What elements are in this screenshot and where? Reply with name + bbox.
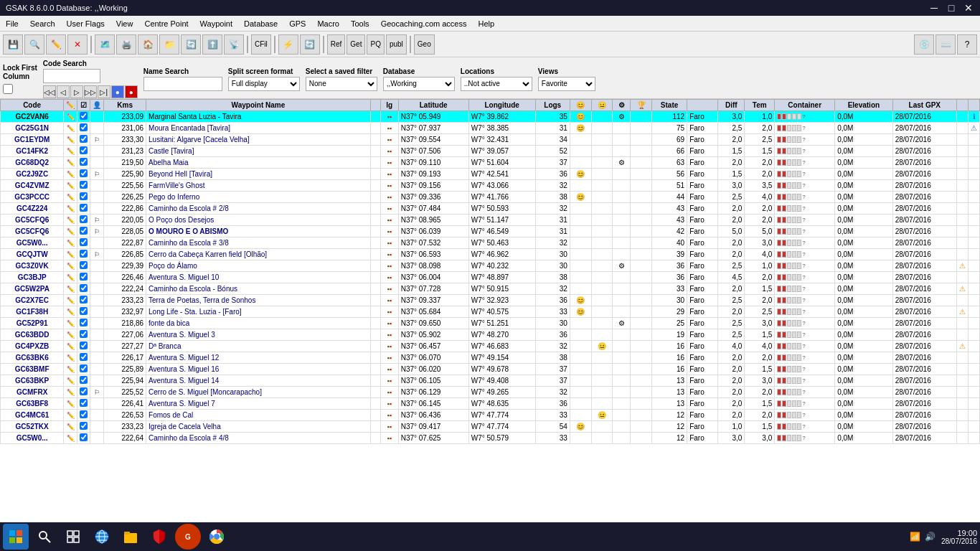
- toolbar-diskette[interactable]: 💿: [914, 34, 934, 55]
- name-search-input[interactable]: [143, 77, 222, 91]
- table-row[interactable]: GCMFRX✏️⚐225,52Cerro de S. Miguel [Monca…: [1, 387, 980, 398]
- locations-select[interactable]: ..Not active: [461, 77, 532, 91]
- toolbar-publ[interactable]: publ: [386, 34, 407, 55]
- gsak-button[interactable]: G: [175, 524, 201, 550]
- cell-check[interactable]: [77, 329, 90, 341]
- col-code[interactable]: Code: [1, 100, 64, 111]
- col-smiley[interactable]: 😊: [570, 100, 591, 111]
- col-latitude[interactable]: Latitude: [398, 100, 468, 111]
- menu-item-waypoint[interactable]: Waypoint: [194, 18, 238, 29]
- toolbar-pq[interactable]: PQ: [367, 34, 384, 55]
- cell-check[interactable]: [77, 283, 90, 295]
- shield-button[interactable]: [146, 524, 172, 550]
- menu-item-userflags[interactable]: User Flags: [61, 18, 110, 29]
- table-row[interactable]: GC63BK6✏️226,17Aventura S. Miguel 12▪▪N3…: [1, 352, 980, 364]
- table-row[interactable]: GC2VAN6✏️233,09Marginal Santa Luzia - Ta…: [1, 111, 980, 123]
- toolbar-upload[interactable]: ⬆️: [202, 34, 222, 55]
- cell-check[interactable]: [77, 203, 90, 215]
- toolbar-delete[interactable]: ✕: [67, 34, 88, 55]
- cell-check[interactable]: [77, 295, 90, 306]
- cell-check[interactable]: [77, 260, 90, 272]
- cell-check[interactable]: [77, 249, 90, 260]
- menu-item-centrepoint[interactable]: Centre Point: [138, 18, 194, 29]
- col-icon1[interactable]: ✏️: [64, 100, 77, 111]
- cell-check[interactable]: [77, 226, 90, 237]
- table-row[interactable]: GC2X7EC✏️233,23Terra de Poetas, Terra de…: [1, 295, 980, 306]
- start-button[interactable]: [3, 524, 29, 550]
- chrome-button[interactable]: [204, 524, 230, 550]
- cell-check[interactable]: [77, 352, 90, 364]
- toolbar-home[interactable]: 🏠: [138, 34, 158, 55]
- nav-next[interactable]: ▷▷: [84, 85, 97, 98]
- table-row[interactable]: GC63BF8✏️226,41Aventura S. Miguel 7▪▪N37…: [1, 398, 980, 410]
- col-gear[interactable]: ⚙: [613, 100, 631, 111]
- database-select[interactable]: ,,Working: [383, 77, 455, 91]
- select-filter-select[interactable]: None: [306, 77, 377, 91]
- table-row[interactable]: GC1F38H✏️232,97Long Life - Sta. Luzia - …: [1, 306, 980, 318]
- menu-item-help[interactable]: Help: [472, 18, 500, 29]
- browser-button[interactable]: [89, 524, 115, 550]
- toolbar-save[interactable]: 💾: [3, 34, 23, 55]
- nav-end[interactable]: ▷|: [98, 85, 110, 98]
- cell-check[interactable]: [77, 134, 90, 146]
- nav-blue[interactable]: ●: [111, 85, 124, 98]
- code-search-input[interactable]: [43, 69, 100, 83]
- views-select[interactable]: Favorite: [538, 77, 595, 91]
- col-icon2[interactable]: ☑: [77, 100, 90, 111]
- cell-check[interactable]: [77, 272, 90, 283]
- menu-item-search[interactable]: Search: [24, 18, 61, 29]
- col-longitude[interactable]: Longitude: [468, 100, 535, 111]
- cell-check[interactable]: [77, 318, 90, 329]
- split-screen-select[interactable]: Full display: [228, 77, 300, 91]
- close-button[interactable]: ✕: [963, 2, 974, 14]
- menu-item-macro[interactable]: Macro: [311, 18, 345, 29]
- menu-item-database[interactable]: Database: [238, 18, 283, 29]
- toolbar-ref[interactable]: Ref: [327, 34, 346, 55]
- cell-check[interactable]: [77, 237, 90, 249]
- col-logs[interactable]: Logs: [535, 100, 570, 111]
- toolbar-get[interactable]: Get: [347, 34, 365, 55]
- table-row[interactable]: GCQJTW✏️⚐226,85Cerro da Cabeça Karren fi…: [1, 249, 980, 260]
- toolbar-edit[interactable]: ✏️: [46, 34, 66, 55]
- cell-check[interactable]: [77, 421, 90, 433]
- table-row[interactable]: GC4Z224✏️222,86Caminho da Escola # 2/8▪▪…: [1, 203, 980, 215]
- lock-first-col-checkbox[interactable]: [3, 84, 13, 94]
- table-row[interactable]: GC1EYDM✏️⚐233,30Lusitani: Algarve [Cacel…: [1, 134, 980, 146]
- toolbar-search[interactable]: 🔍: [24, 34, 44, 55]
- files-button[interactable]: [118, 524, 143, 550]
- col-warn[interactable]: [957, 100, 969, 111]
- toolbar-help[interactable]: ?: [957, 34, 977, 55]
- toolbar-bolt[interactable]: ⚡: [278, 34, 298, 55]
- table-row[interactable]: GC5W0...✏️222,64Caminho da Escola # 4/8▪…: [1, 433, 980, 444]
- toolbar-gps[interactable]: 📡: [224, 34, 244, 55]
- cell-check[interactable]: [77, 387, 90, 398]
- col-elevation[interactable]: Elevation: [835, 100, 892, 111]
- toolbar-map[interactable]: 🗺️: [95, 34, 115, 55]
- task-view-button[interactable]: [60, 524, 86, 550]
- cell-check[interactable]: [77, 341, 90, 352]
- col-neutral[interactable]: 😐: [591, 100, 613, 111]
- table-row[interactable]: GC14FK2✏️231,23Castle [Tavira]▪▪N37° 07.…: [1, 146, 980, 157]
- cell-check[interactable]: [77, 111, 90, 123]
- cell-check[interactable]: [77, 215, 90, 226]
- cell-check[interactable]: [77, 192, 90, 203]
- cell-check[interactable]: [77, 410, 90, 421]
- toolbar-refresh[interactable]: 🔄: [181, 34, 201, 55]
- cell-check[interactable]: [77, 375, 90, 387]
- cell-check[interactable]: [77, 433, 90, 444]
- search-button[interactable]: [32, 524, 57, 550]
- table-row[interactable]: GC3Z0VK✏️229,39Poço do Álamo▪▪N37° 08.09…: [1, 260, 980, 272]
- cell-check[interactable]: [77, 364, 90, 375]
- col-diff[interactable]: Diff: [718, 100, 745, 111]
- toolbar-folder[interactable]: 📁: [159, 34, 179, 55]
- menu-item-geocachingcomaccess[interactable]: Geocaching.com access: [375, 18, 473, 29]
- table-row[interactable]: GC5W0...✏️222,87Caminho da Escola # 3/8▪…: [1, 237, 980, 249]
- toolbar-keyboard[interactable]: ⌨️: [936, 34, 956, 55]
- col-ter[interactable]: Tem: [745, 100, 775, 111]
- table-row[interactable]: GC63BMF✏️225,89Aventura S. Miguel 16▪▪N3…: [1, 364, 980, 375]
- col-trophy[interactable]: 🏆: [631, 100, 652, 111]
- toolbar-geo[interactable]: Geo: [414, 34, 435, 55]
- toolbar-sync[interactable]: 🔄: [300, 34, 320, 55]
- cell-check[interactable]: [77, 157, 90, 169]
- cell-check[interactable]: [77, 398, 90, 410]
